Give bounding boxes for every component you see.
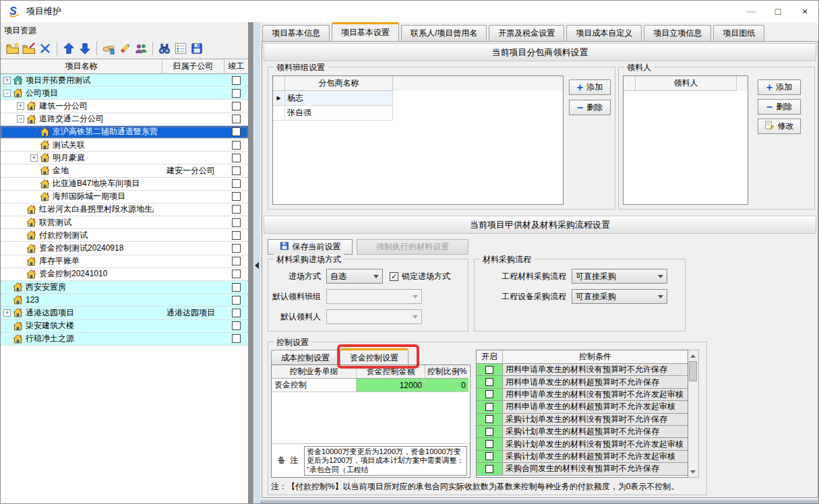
new-folder-icon[interactable] xyxy=(5,41,21,56)
condition-row[interactable]: 采购计划单发生的材料没有预算时不允许发起审核 xyxy=(477,438,688,450)
completed-checkbox[interactable] xyxy=(232,296,241,305)
completed-checkbox[interactable] xyxy=(232,192,241,201)
completed-checkbox[interactable] xyxy=(232,127,241,136)
search-icon[interactable] xyxy=(156,41,173,56)
scrollbar-thumb[interactable] xyxy=(689,361,697,381)
default-team-select[interactable] xyxy=(326,289,422,304)
control-tab-1[interactable]: 成本控制设置 xyxy=(271,350,340,366)
tree-row[interactable]: 库存平账单 xyxy=(1,255,248,268)
move-down-icon[interactable] xyxy=(77,41,93,56)
completed-checkbox[interactable] xyxy=(232,309,241,317)
tree-row[interactable]: +项目开拓费用测试 xyxy=(1,74,248,87)
condition-row[interactable]: 用料申请单发生的材料超预算时不允许发起审核 xyxy=(477,401,688,413)
collapse-left-icon[interactable] xyxy=(255,262,259,269)
completed-checkbox[interactable] xyxy=(232,205,241,214)
save-settings-button[interactable]: 保存当前设置 xyxy=(268,239,353,255)
completed-checkbox[interactable] xyxy=(232,270,241,278)
completed-checkbox[interactable] xyxy=(232,257,241,265)
enable-checkbox[interactable] xyxy=(485,415,493,423)
scroll-down-icon[interactable] xyxy=(688,467,698,476)
completed-checkbox[interactable] xyxy=(232,334,241,343)
tab-5[interactable]: 项目成本自定义 xyxy=(566,25,642,41)
collapse-icon[interactable]: − xyxy=(17,115,24,123)
enable-checkbox[interactable] xyxy=(485,390,493,398)
subcontractor-row[interactable]: 张自强 xyxy=(273,106,563,121)
remark-textbox[interactable]: 资金10000万变更后为1200万，资金10000万变更后为1200万，项目成本… xyxy=(304,446,467,476)
save-icon[interactable] xyxy=(189,41,205,56)
tree-row[interactable]: 测试关联 xyxy=(1,139,248,152)
completed-checkbox[interactable] xyxy=(232,115,241,123)
condition-row[interactable]: 采购计划单发生的材料没有预算时不允许保存 xyxy=(477,414,688,426)
condition-row[interactable]: 采购合同发生的材料没有预算时不允许保存 xyxy=(477,463,688,475)
completed-checkbox[interactable] xyxy=(232,283,241,292)
tree-row[interactable]: 比亚迪B47地块车间项目 xyxy=(1,178,248,191)
assign-icon[interactable] xyxy=(100,41,117,56)
tab-2[interactable]: 项目基本设置 xyxy=(332,22,399,41)
completed-checkbox[interactable] xyxy=(232,231,241,240)
enable-checkbox[interactable] xyxy=(485,440,493,448)
tree-row[interactable]: 资金控制测试20240918 xyxy=(1,242,248,255)
subcontractor-row[interactable]: 杨志 xyxy=(273,91,563,106)
tree-row[interactable]: 行稳净土之源 xyxy=(1,333,248,346)
tab-6[interactable]: 项目立项信息 xyxy=(644,25,711,41)
tree-row[interactable]: 123 xyxy=(1,294,248,307)
panel-splitter[interactable] xyxy=(249,22,260,504)
tree-row[interactable]: −公司项目 xyxy=(1,87,248,100)
tree-row[interactable]: 红岩河太白县拐里村段水源地生态 xyxy=(1,203,248,216)
lock-entry-checkbox[interactable]: ✓ xyxy=(390,272,398,281)
enable-checkbox[interactable] xyxy=(485,428,493,436)
users-icon[interactable] xyxy=(133,41,149,56)
completed-checkbox[interactable] xyxy=(232,102,241,111)
delete-icon[interactable] xyxy=(37,41,53,56)
control-ratio-cell[interactable]: 0 xyxy=(425,379,468,392)
condition-row[interactable]: 用料申请单发生的材料没有预算时不允许保存 xyxy=(477,364,688,376)
control-table-row[interactable]: 资金控制120000 xyxy=(272,379,470,392)
completed-checkbox[interactable] xyxy=(232,179,241,188)
picker-add-button[interactable]: +添加 xyxy=(758,80,801,95)
tab-1[interactable]: 项目基本信息 xyxy=(262,25,330,41)
edit-folder-icon[interactable] xyxy=(21,41,37,56)
picker-modify-button[interactable]: 修改 xyxy=(758,119,801,134)
enable-checkbox[interactable] xyxy=(485,452,493,460)
material-flow-select[interactable]: 可直接采购 xyxy=(572,269,667,284)
tree-row[interactable]: 金地建安一分公司 xyxy=(1,164,248,177)
tree-row[interactable]: −道路交通二分公司 xyxy=(1,113,248,126)
completed-checkbox[interactable] xyxy=(232,321,241,330)
maximize-button[interactable]: □ xyxy=(764,1,791,22)
tree-row[interactable]: 西安安置房 xyxy=(1,281,248,294)
tree-row[interactable]: 联营测试 xyxy=(1,216,248,229)
condition-row[interactable]: 用料申请单发生的材料超预算时不允许保存 xyxy=(477,376,688,388)
condition-row[interactable]: 采购计划单发生的材料超预算时不允许发起审核 xyxy=(477,451,688,463)
completed-checkbox[interactable] xyxy=(232,154,241,162)
minimize-button[interactable]: — xyxy=(737,1,764,22)
condition-row[interactable]: 用料申请单发生的材料没有预算时不允许发起审核 xyxy=(477,389,688,401)
collapse-icon[interactable]: − xyxy=(3,90,11,97)
erase-icon[interactable] xyxy=(117,41,133,56)
expand-icon[interactable]: + xyxy=(3,77,11,84)
tree-row[interactable]: +通港达园项目通港达园项目 xyxy=(1,307,248,319)
team-remove-button[interactable]: −删除 xyxy=(569,100,611,115)
expand-icon[interactable]: + xyxy=(17,102,24,110)
tree-row[interactable]: +建筑一分公司 xyxy=(1,100,248,113)
move-up-icon[interactable] xyxy=(61,41,77,56)
completed-checkbox[interactable] xyxy=(232,89,241,98)
completed-checkbox[interactable] xyxy=(232,76,241,85)
team-add-button[interactable]: +添加 xyxy=(569,80,611,95)
scroll-up-icon[interactable] xyxy=(688,351,698,360)
completed-checkbox[interactable] xyxy=(232,141,241,150)
entry-mode-select[interactable]: 自选 xyxy=(326,269,383,284)
tree-row[interactable]: 柒安建筑大楼 xyxy=(1,320,248,333)
picker-remove-button[interactable]: −删除 xyxy=(758,99,801,115)
tab-7[interactable]: 项目图纸 xyxy=(713,25,764,41)
control-amount-cell[interactable]: 12000 xyxy=(357,379,425,392)
conditions-scrollbar[interactable] xyxy=(688,350,699,478)
expand-icon[interactable]: + xyxy=(30,154,38,162)
close-button[interactable]: × xyxy=(791,1,818,22)
tree-row[interactable]: 京沪高铁第二辅助通道暨东营 xyxy=(1,126,248,139)
tab-3[interactable]: 联系人/项目曾用名 xyxy=(401,25,487,41)
tab-4[interactable]: 开票及税金设置 xyxy=(489,25,564,41)
completed-checkbox[interactable] xyxy=(232,218,241,227)
view-grid-icon[interactable] xyxy=(173,41,189,56)
enable-checkbox[interactable] xyxy=(485,366,493,374)
enable-checkbox[interactable] xyxy=(485,403,493,411)
